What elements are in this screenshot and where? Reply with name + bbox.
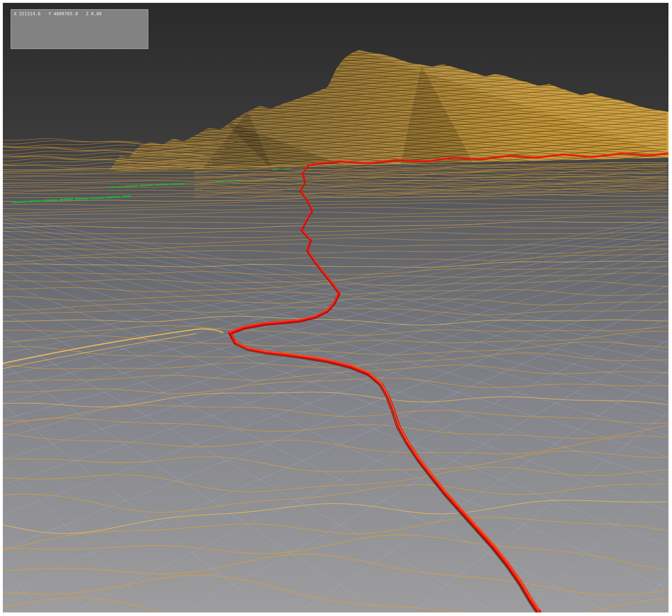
coordinate-y-value: 4809765.0 bbox=[54, 11, 78, 16]
coordinate-z-value: 0.80 bbox=[91, 11, 102, 16]
coordinate-y: Y4809765.0 bbox=[49, 11, 78, 16]
coordinate-y-label: Y bbox=[49, 11, 51, 16]
coordinate-x-value: 321314.6 bbox=[19, 11, 41, 16]
coordinate-z: Z0.80 bbox=[86, 11, 102, 16]
coordinate-x-label: X bbox=[14, 11, 17, 16]
terrain-viewport-canvas[interactable] bbox=[3, 3, 668, 612]
coordinate-z-label: Z bbox=[86, 11, 89, 16]
coordinate-readout-panel: X321314.6Y4809765.0Z0.80 bbox=[11, 9, 148, 49]
terrain-viewport[interactable]: X321314.6Y4809765.0Z0.80 bbox=[3, 3, 668, 612]
coordinate-x: X321314.6 bbox=[14, 11, 41, 16]
